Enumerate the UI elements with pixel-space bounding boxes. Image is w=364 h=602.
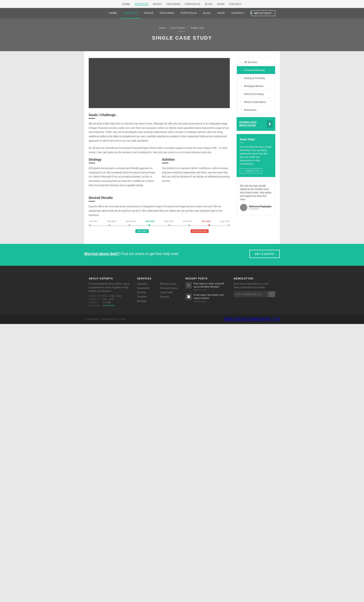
desired-underline bbox=[89, 201, 95, 202]
footer-contact-item: HELP DESK123/456/789 bbox=[89, 304, 130, 307]
breadcrumb-casestudies[interactable]: Case Studies bbox=[170, 26, 185, 29]
services-menu-item-work-&-redundancy[interactable]: →Work & redundancy bbox=[237, 98, 275, 106]
top-nav-item-home[interactable]: HOME bbox=[122, 3, 130, 5]
timeline-dot-0 bbox=[89, 224, 91, 226]
arrow-icon: → bbox=[240, 108, 243, 111]
services-menu-item-retirement[interactable]: →Retirement bbox=[237, 106, 275, 114]
footer-service-link[interactable]: Tax Help bbox=[137, 291, 156, 294]
need-help-underline bbox=[240, 142, 244, 143]
top-nav-item-shop[interactable]: SHOP bbox=[217, 3, 225, 5]
arrow-icon: → bbox=[240, 61, 243, 64]
services-menu-item-debt-&-borrowing[interactable]: →Debt & borrowing bbox=[237, 90, 275, 98]
appointment-button[interactable]: Appointment! bbox=[251, 11, 275, 16]
main-nav-item-services[interactable]: SERVICES bbox=[120, 8, 141, 18]
services-menu-item-mortgage-advisor[interactable]: →Mortgage Advisor bbox=[237, 82, 275, 90]
main-nav-item-shop[interactable]: SHOP bbox=[214, 8, 228, 18]
footer-bottom-link[interactable]: CONTACT US bbox=[257, 317, 280, 321]
services-menu-item-saving-&-investing[interactable]: →Saving & Investing bbox=[237, 74, 275, 82]
avatar bbox=[240, 204, 247, 211]
footer-posts-title: RECENT POSTS bbox=[185, 277, 227, 280]
cta-bold-text: Worried about debt? bbox=[84, 252, 120, 256]
recent-post-title: Four ways to cheer yourself up on the Bl… bbox=[193, 282, 227, 289]
top-nav-outer: HOMESERVICESPAGESFEATURESPORTFOLIOBLOGSH… bbox=[0, 0, 364, 8]
desired-text: Experts offers the one-stop-shop conveni… bbox=[89, 204, 230, 217]
footer-service-link[interactable]: Overdraft bbox=[137, 295, 156, 299]
footer-bottom-link[interactable]: BLOG bbox=[236, 317, 246, 321]
footer-about-col: ABOUT EXPERTS Free and impartial money a… bbox=[89, 277, 130, 308]
footer-service-link[interactable]: Investments bbox=[137, 286, 156, 290]
footer-bottom-link[interactable]: TEAM bbox=[246, 317, 257, 321]
services-menu-item-all-services[interactable]: →All Services bbox=[237, 58, 275, 66]
footer-posts-col: RECENT POSTS 🖼 Four ways to cheer yourse… bbox=[185, 277, 227, 308]
main-nav-item-features[interactable]: FEATURES bbox=[157, 8, 177, 18]
cta-text: Worried about debt? Find out where to ge… bbox=[84, 252, 179, 256]
strategy-text: At Experts Accountants a prompt and frie… bbox=[89, 166, 157, 187]
solution-title: Solution bbox=[162, 158, 230, 161]
right-sidebar: →All Services→Financial Planning→Saving … bbox=[236, 58, 275, 235]
footer-service-link[interactable]: Mortgage bbox=[137, 299, 156, 303]
timeline-label-7: AUG 2017 bbox=[220, 220, 230, 223]
get-quote-button[interactable]: GET A QUOTE bbox=[249, 250, 280, 258]
main-nav-item-blog[interactable]: BLOG bbox=[200, 8, 214, 18]
top-nav-item-features[interactable]: FEATURES bbox=[166, 3, 180, 5]
timeline-badges: Best Sales Best of the year bbox=[89, 229, 230, 235]
breadcrumb-current: Single Case bbox=[190, 26, 204, 29]
services-menu: →All Services→Financial Planning→Saving … bbox=[236, 58, 275, 114]
main-nav-item-portfolio[interactable]: PORTFOLIO bbox=[178, 8, 200, 18]
footer-service-link[interactable]: Credit Cards bbox=[160, 291, 179, 294]
timeline-bar bbox=[89, 223, 230, 228]
goals-underline bbox=[89, 118, 95, 119]
footer-contact-item: SUNDAYCLOSED bbox=[89, 301, 130, 303]
footer-bottom-link[interactable]: ABOUT bbox=[224, 317, 236, 321]
footer-contacts: MONDAY TO FRIDAY8:00 – 20:00SATURDAY9:00… bbox=[89, 295, 130, 307]
timeline-dot-5 bbox=[188, 224, 190, 226]
timeline-dot-1 bbox=[108, 224, 110, 226]
footer-services-col: SERVICES InsuranceInvestmentsTax HelpOve… bbox=[137, 277, 179, 308]
footer-newsletter-col: NEWSLETTER Don't miss to subscribe to ou… bbox=[234, 277, 276, 308]
timeline-label-4: MAY 2017 bbox=[164, 220, 173, 223]
footer-service-link[interactable]: Deposits bbox=[160, 295, 179, 299]
top-nav-item-contact[interactable]: CONTACT bbox=[229, 3, 242, 5]
timeline-label-0: JAN 2017 bbox=[89, 220, 98, 223]
cta-banner: Worried about debt? Find out where to ge… bbox=[0, 244, 364, 264]
recent-post-date: FEB 23, 2016 bbox=[193, 300, 227, 303]
footer-service-link[interactable]: Personal Finance bbox=[160, 286, 179, 290]
newsletter-email-input[interactable] bbox=[234, 291, 268, 297]
recent-post-item: 📄 In the news: this week's top money sto… bbox=[185, 293, 227, 303]
timeline-dots bbox=[89, 225, 230, 226]
footer-bottom-links: ABOUTBLOGTEAMCONTACT US bbox=[224, 317, 280, 321]
top-nav-item-portfolio[interactable]: PORTFOLIO bbox=[185, 3, 200, 5]
breadcrumb-home[interactable]: Home bbox=[159, 26, 166, 29]
recent-post-date: FEB 23, 2016 bbox=[193, 289, 227, 291]
timeline-dot-7 bbox=[228, 224, 230, 226]
strategy-col: Strategy At Experts Accountants a prompt… bbox=[89, 158, 157, 190]
footer-service-link[interactable]: Business Loans bbox=[160, 282, 179, 286]
main-nav-item-contact[interactable]: CONTACT bbox=[228, 8, 248, 18]
footer-teal-strip bbox=[0, 264, 364, 266]
desired-title: Desired Results bbox=[89, 196, 230, 200]
cta-normal-text: Find out where to get free help now! bbox=[120, 252, 179, 256]
footer-about-text: Free and impartial money advice, set up … bbox=[89, 282, 130, 293]
testimonial-role: Art Director bbox=[249, 208, 272, 210]
newsletter-submit-button[interactable]: → bbox=[268, 291, 275, 297]
services-menu-item-financial-planning[interactable]: →Financial Planning bbox=[237, 66, 275, 74]
timeline-label-3: APR 2016 bbox=[145, 220, 155, 223]
footer-about-title: ABOUT EXPERTS bbox=[89, 277, 130, 280]
download-brochure-button[interactable]: Download Brochure ⬇ bbox=[236, 117, 275, 131]
footer-service-link[interactable]: Insurance bbox=[137, 282, 156, 286]
timeline-label-1: FEB 2017 bbox=[107, 220, 116, 223]
badge-best-sales: Best Sales bbox=[135, 229, 149, 233]
top-nav-item-services[interactable]: SERVICES bbox=[135, 3, 148, 6]
contact-us-button[interactable]: → CONTACT US bbox=[240, 168, 262, 173]
footer-contact-item: SATURDAY9:00 – 16:00 bbox=[89, 298, 130, 300]
recent-post-thumb: 🖼 bbox=[185, 282, 192, 289]
goals-title: Goals / Challenge . bbox=[89, 113, 230, 117]
main-nav-item-pages[interactable]: PAGES bbox=[141, 8, 157, 18]
goals-text-1: We all need a little help from our frien… bbox=[89, 121, 230, 143]
strategy-underline bbox=[89, 163, 95, 163]
top-nav-item-pages[interactable]: PAGES bbox=[153, 3, 162, 5]
main-nav-item-home[interactable]: HOME bbox=[106, 8, 120, 18]
strategy-title: Strategy bbox=[89, 158, 157, 161]
footer-copyright: © 2016 Experts - Financial WordPress The… bbox=[84, 318, 126, 320]
top-nav-item-blog[interactable]: BLOG bbox=[205, 3, 213, 5]
